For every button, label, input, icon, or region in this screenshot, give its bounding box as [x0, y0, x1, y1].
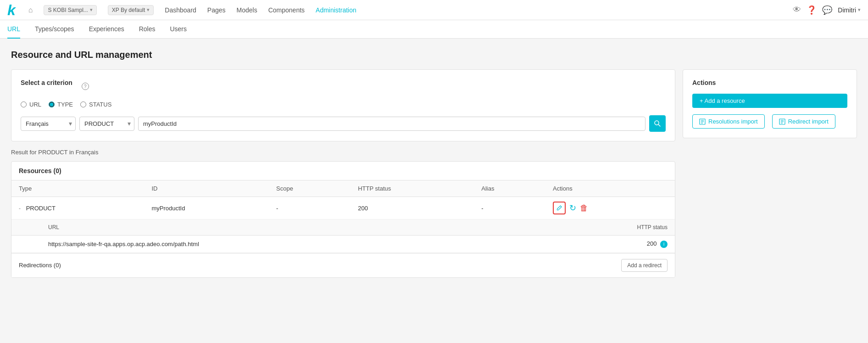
right-icons: 👁 ❓ 💬 Dimitri ▾ — [793, 5, 861, 15]
eye-icon[interactable]: 👁 — [793, 5, 801, 15]
col-alias: Alias — [474, 180, 545, 197]
site-chevron-icon: ▾ — [90, 7, 93, 13]
site-selector[interactable]: S KOBI Sampl... ▾ — [44, 5, 96, 15]
xp-chevron-icon: ▾ — [147, 7, 150, 13]
tab-experiences[interactable]: Experiences — [89, 20, 124, 39]
url-subtable-header-row: URL HTTP status — [11, 219, 675, 236]
results-area: Result for PRODUCT in Français Resources… — [11, 149, 675, 278]
xp-label: XP By default — [112, 7, 145, 13]
criterion-title: Select a criterion — [21, 79, 72, 86]
main-grid: Select a criterion ? URL TYPE STATUS — [11, 69, 857, 278]
radio-status[interactable] — [80, 101, 86, 107]
type-selector[interactable]: PRODUCT CATEGORY PAGE — [79, 117, 134, 131]
col-http-status: HTTP status — [351, 180, 474, 197]
resources-table-head: Type ID Scope HTTP status Alias Actions — [11, 180, 675, 197]
user-name: Dimitri — [838, 6, 856, 14]
table-row: - PRODUCT myProductId - 200 - — [11, 197, 675, 219]
logo-icon: k — [7, 3, 16, 17]
cell-type: PRODUCT — [26, 205, 56, 212]
criterion-header-row: Select a criterion ? — [21, 79, 666, 94]
filter-row: Français English PRODUCT CATEGORY PAGE — [21, 115, 666, 132]
radio-type[interactable] — [49, 101, 55, 107]
col-type: Type — [11, 180, 144, 197]
expand-icon[interactable]: - — [19, 205, 21, 212]
radio-url-label[interactable]: URL — [21, 101, 41, 108]
home-icon[interactable]: ⌂ — [28, 6, 33, 14]
url-status-value: 200 — [647, 240, 657, 247]
col-scope: Scope — [269, 180, 351, 197]
cell-alias: - — [474, 197, 545, 219]
action-icons: ↻ 🗑 — [553, 202, 668, 214]
type-selector-wrapper: PRODUCT CATEGORY PAGE — [79, 117, 134, 131]
search-button[interactable] — [649, 115, 666, 132]
radio-status-text: STATUS — [89, 101, 111, 108]
cell-http-status: 200 — [351, 197, 474, 219]
cell-id: myProductId — [144, 197, 269, 219]
tab-roles[interactable]: Roles — [139, 20, 156, 39]
col-url: URL — [11, 219, 476, 236]
resolutions-import-label: Resolutions import — [708, 118, 758, 125]
page-title: Resource and URL management — [11, 50, 857, 60]
redirect-import-label: Redirect import — [788, 118, 829, 125]
url-subtable: URL HTTP status https://sample-site-fr-q… — [11, 219, 675, 253]
resolutions-import-button[interactable]: Resolutions import — [692, 114, 765, 129]
chat-icon[interactable]: 💬 — [822, 5, 832, 15]
page-content: Resource and URL management Select a cri… — [0, 39, 868, 343]
actions-title: Actions — [692, 79, 847, 86]
col-url-http-status: HTTP status — [476, 219, 675, 236]
nav-components[interactable]: Components — [268, 6, 305, 14]
add-resource-button[interactable]: + Add a resource — [692, 94, 847, 108]
redirect-import-icon — [779, 118, 785, 125]
search-icon — [654, 120, 661, 127]
main-navigation: Dashboard Pages Models Components Admini… — [165, 6, 782, 14]
resolutions-import-icon — [699, 118, 706, 125]
radio-url[interactable] — [21, 101, 27, 107]
radio-type-label[interactable]: TYPE — [49, 101, 73, 108]
redirect-import-button[interactable]: Redirect import — [772, 114, 835, 129]
criterion-help-icon[interactable]: ? — [82, 83, 89, 90]
url-subtable-head: URL HTTP status — [11, 219, 675, 236]
tab-users[interactable]: Users — [170, 20, 187, 39]
nav-administration[interactable]: Administration — [316, 6, 356, 14]
url-value: https://sample-site-fr-qa.apps.op.acp.ad… — [48, 241, 199, 247]
results-label: Result for PRODUCT in Français — [11, 149, 675, 156]
url-table-row: https://sample-site-fr-qa.apps.op.acp.ad… — [11, 236, 675, 253]
import-row: Resolutions import Redirect import — [692, 114, 847, 129]
radio-url-text: URL — [29, 101, 41, 108]
url-cell: https://sample-site-fr-qa.apps.op.acp.ad… — [11, 236, 476, 253]
add-redirect-button[interactable]: Add a redirect — [621, 259, 668, 272]
col-id: ID — [144, 180, 269, 197]
language-selector[interactable]: Français English — [21, 117, 76, 131]
radio-type-text: TYPE — [57, 101, 73, 108]
value-input[interactable] — [138, 117, 645, 131]
nav-models[interactable]: Models — [237, 6, 257, 14]
url-info-icon[interactable]: i — [660, 241, 668, 248]
tab-types-scopes[interactable]: Types/scopes — [35, 20, 74, 39]
radio-status-label[interactable]: STATUS — [80, 101, 111, 108]
sub-navigation: URL Types/scopes Experiences Roles Users — [0, 20, 868, 39]
col-actions: Actions — [545, 180, 675, 197]
cell-scope: - — [269, 197, 351, 219]
logo-area: k — [7, 3, 16, 17]
edit-icon[interactable] — [553, 202, 566, 214]
refresh-icon[interactable]: ↻ — [569, 203, 576, 213]
right-column: Actions + Add a resource Resolutions imp… — [683, 69, 857, 278]
cell-expand: - PRODUCT — [11, 197, 144, 219]
nav-pages[interactable]: Pages — [207, 6, 226, 14]
delete-icon[interactable]: 🗑 — [580, 203, 588, 213]
pencil-icon — [556, 205, 562, 211]
cell-actions: ↻ 🗑 — [545, 197, 675, 219]
help-icon[interactable]: ❓ — [807, 5, 817, 15]
tab-url[interactable]: URL — [7, 20, 20, 39]
user-menu[interactable]: Dimitri ▾ — [838, 6, 861, 14]
criterion-card: Select a criterion ? URL TYPE STATUS — [11, 69, 675, 141]
xp-selector[interactable]: XP By default ▾ — [108, 5, 154, 15]
top-navigation: k ⌂ S KOBI Sampl... ▾ XP By default ▾ Da… — [0, 0, 868, 20]
svg-line-1 — [659, 125, 661, 127]
user-chevron-icon: ▾ — [858, 7, 861, 13]
nav-dashboard[interactable]: Dashboard — [165, 6, 196, 14]
add-resource-label: + Add a resource — [700, 97, 745, 104]
language-selector-wrapper: Français English — [21, 117, 76, 131]
redirections-label: Redirections (0) — [19, 262, 61, 269]
actions-card: Actions + Add a resource Resolutions imp… — [683, 69, 857, 138]
